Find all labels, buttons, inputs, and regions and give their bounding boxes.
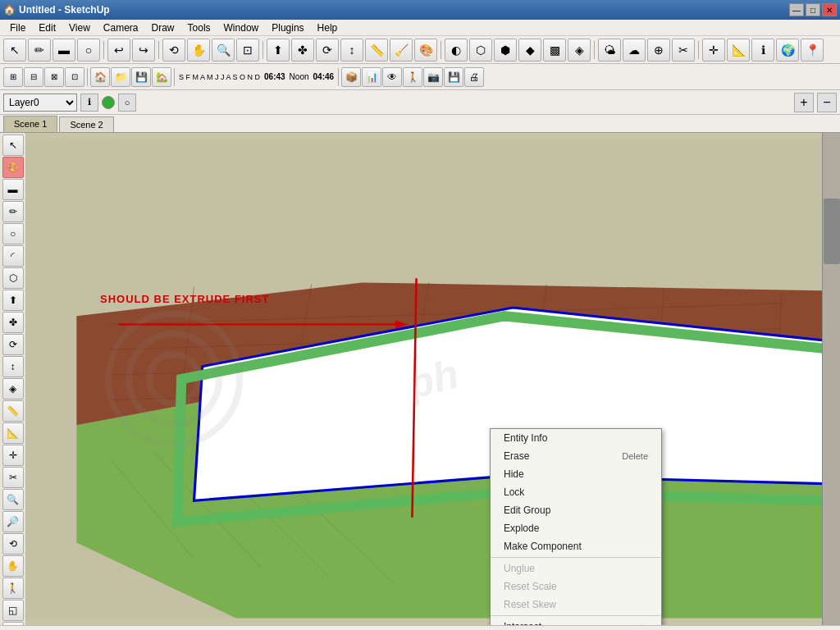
tb2-btn1[interactable]: ⊞: [3, 67, 23, 87]
lt-pan[interactable]: ✋: [2, 555, 24, 577]
paint-tool[interactable]: 🎨: [414, 39, 437, 62]
minimize-button[interactable]: —: [789, 3, 804, 16]
open-btn[interactable]: 📁: [111, 67, 130, 87]
section-tool[interactable]: ✂: [672, 39, 695, 62]
shaded-tool[interactable]: ◆: [518, 39, 541, 62]
zoom-fit-tool[interactable]: ⊡: [236, 39, 259, 62]
tb2-btn2[interactable]: ⊟: [24, 67, 43, 87]
tb2-btn4[interactable]: ⊡: [65, 67, 84, 87]
std-views-btn[interactable]: 📊: [362, 67, 381, 87]
walk-tool[interactable]: 🚶: [403, 67, 422, 87]
pencil-tool[interactable]: ✏: [28, 39, 51, 62]
lt-offset[interactable]: ◈: [2, 378, 24, 399]
lt-layer[interactable]: ◱: [2, 600, 24, 621]
lt-paint[interactable]: 🎨: [2, 157, 24, 178]
tab-scene2[interactable]: Scene 2: [59, 116, 113, 132]
maximize-button[interactable]: □: [806, 3, 820, 16]
menu-file[interactable]: File: [3, 20, 32, 35]
lt-arc[interactable]: ◜: [2, 245, 24, 267]
menu-camera[interactable]: Camera: [97, 20, 145, 35]
select-tool[interactable]: ↖: [3, 39, 26, 62]
rotate-tool[interactable]: ⟳: [316, 39, 339, 62]
lt-polygon[interactable]: ⬡: [2, 267, 24, 289]
3d-globe[interactable]: 🌍: [776, 39, 799, 62]
lt-pencil[interactable]: ✏: [2, 201, 24, 222]
tb2-btn3[interactable]: ⊠: [44, 67, 64, 87]
lt-orbit[interactable]: ⟲: [2, 533, 24, 555]
menu-draw[interactable]: Draw: [145, 20, 181, 35]
ctx-edit-group[interactable]: Edit Group: [491, 501, 661, 519]
model-info[interactable]: ℹ: [751, 39, 774, 62]
ctx-make-component[interactable]: Make Component: [491, 537, 661, 555]
menu-plugins[interactable]: Plugins: [265, 20, 310, 35]
menu-edit[interactable]: Edit: [32, 20, 62, 35]
rect-tool[interactable]: ▬: [52, 39, 75, 62]
lt-rotate[interactable]: ⟳: [2, 334, 24, 355]
lt-circle[interactable]: ○: [2, 223, 24, 244]
redo-tool[interactable]: ↪: [132, 39, 155, 62]
ctx-entity-info[interactable]: Entity Info: [491, 429, 661, 447]
ctx-lock[interactable]: Lock: [491, 483, 661, 501]
menu-view[interactable]: View: [62, 20, 97, 35]
layer-select[interactable]: Layer0: [3, 94, 77, 112]
right-scrollbar[interactable]: [824, 199, 840, 264]
lt-move[interactable]: ✤: [2, 312, 24, 333]
close-button[interactable]: ✕: [822, 3, 837, 16]
look-around[interactable]: 👁: [382, 67, 402, 87]
lt-axes[interactable]: ✛: [2, 445, 24, 466]
lt-walk[interactable]: 🚶: [2, 578, 24, 599]
menu-window[interactable]: Window: [217, 20, 266, 35]
menu-tools[interactable]: Tools: [181, 20, 217, 35]
app-title: Untitled - SketchUp: [19, 4, 110, 16]
print-btn[interactable]: 🖨: [464, 67, 484, 87]
ctx-intersect[interactable]: Intersect ▶: [491, 618, 661, 625]
lt-rect[interactable]: ▬: [2, 179, 24, 200]
zoom-tool[interactable]: 🔍: [212, 39, 235, 62]
move-tool[interactable]: ✤: [291, 39, 314, 62]
save-view[interactable]: 💾: [444, 67, 463, 87]
persp-btn[interactable]: 📦: [341, 67, 361, 87]
lt-pushpull[interactable]: ⬆: [2, 290, 24, 311]
layer-visible-btn[interactable]: ○: [118, 94, 136, 112]
home-btn[interactable]: 🏠: [90, 67, 110, 87]
eraser-tool[interactable]: 🧹: [390, 39, 413, 62]
orbit-tool[interactable]: ⟲: [162, 39, 185, 62]
lt-zoom[interactable]: 🔍: [2, 489, 24, 510]
tab-scene1[interactable]: Scene 1: [3, 116, 57, 132]
lt-text[interactable]: A: [2, 622, 24, 625]
xray-tool[interactable]: ◐: [445, 39, 468, 62]
lt-scale[interactable]: ↕: [2, 356, 24, 377]
hidden-tool[interactable]: ⬢: [494, 39, 517, 62]
pan-tool[interactable]: ✋: [187, 39, 210, 62]
lt-select[interactable]: ↖: [2, 135, 24, 156]
layer-del-btn[interactable]: −: [817, 93, 837, 112]
house-btn[interactable]: 🏡: [152, 67, 171, 87]
lt-tape[interactable]: 📏: [2, 400, 24, 422]
edge-tool[interactable]: ⊕: [647, 39, 670, 62]
layer-info-btn[interactable]: ℹ: [80, 94, 98, 112]
mono-tool[interactable]: ◈: [568, 39, 591, 62]
position-cam[interactable]: 📷: [423, 67, 443, 87]
viewport: SHOULD BE EXTRUDE FIRST ph Entity Info E…: [26, 133, 840, 625]
tape-tool[interactable]: 📏: [365, 39, 388, 62]
ctx-erase[interactable]: Erase Delete: [491, 447, 661, 465]
ctx-explode[interactable]: Explode: [491, 519, 661, 537]
menu-help[interactable]: Help: [311, 20, 345, 35]
wire-tool[interactable]: ⬡: [469, 39, 492, 62]
geo-location[interactable]: 📍: [801, 39, 824, 62]
lt-protractor[interactable]: 📐: [2, 422, 24, 444]
layer-add-btn[interactable]: +: [794, 93, 814, 112]
save-btn[interactable]: 💾: [131, 67, 151, 87]
shadow-tool[interactable]: 🌤: [598, 39, 621, 62]
ctx-hide[interactable]: Hide: [491, 465, 661, 483]
axes-tool[interactable]: ✛: [702, 39, 725, 62]
scale-tool[interactable]: ↕: [340, 39, 363, 62]
fog-tool[interactable]: ☁: [623, 39, 646, 62]
guide-tool[interactable]: 📐: [727, 39, 750, 62]
push-pull-tool[interactable]: ⬆: [267, 39, 290, 62]
lt-zoom-out[interactable]: 🔎: [2, 511, 24, 532]
undo-tool[interactable]: ↩: [107, 39, 130, 62]
circle-tool[interactable]: ○: [77, 39, 100, 62]
lt-section[interactable]: ✂: [2, 467, 24, 488]
textured-tool[interactable]: ▩: [543, 39, 566, 62]
